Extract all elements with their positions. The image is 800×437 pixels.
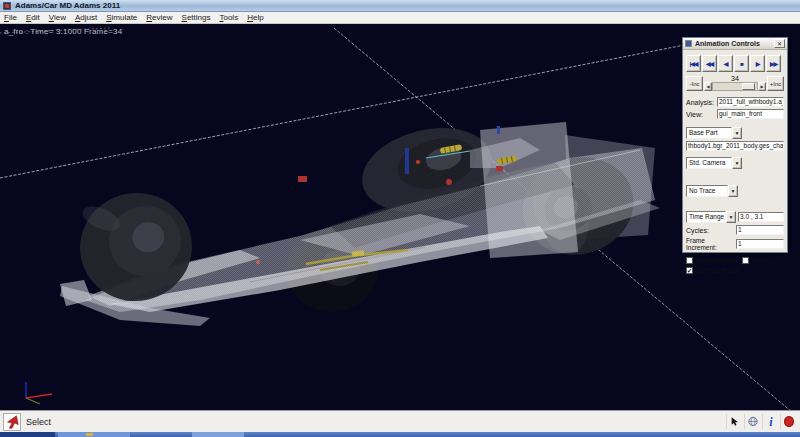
first-frame-button[interactable]: |◀◀ bbox=[686, 55, 701, 72]
menu-settings[interactable]: Settings bbox=[182, 12, 211, 23]
viewport-status-text: a_fro : Time= 3.1000 Frame=34 bbox=[4, 27, 122, 36]
menu-view[interactable]: View bbox=[49, 12, 66, 23]
select-tool-icon[interactable] bbox=[3, 413, 21, 431]
cycles-input[interactable]: 1 bbox=[736, 225, 784, 235]
stop-button[interactable]: ■ bbox=[734, 55, 749, 72]
menu-help[interactable]: Help bbox=[247, 12, 263, 23]
view-orient-icon[interactable] bbox=[744, 414, 758, 429]
slider-thumb[interactable] bbox=[742, 83, 755, 90]
taskbar-folder-icon[interactable] bbox=[86, 433, 93, 436]
step-back-button[interactable]: ◀◀ bbox=[702, 55, 717, 72]
time-range-input[interactable]: 3.0 , 3.1 bbox=[738, 212, 784, 222]
panel-icon bbox=[685, 40, 692, 47]
taskbar-sliver[interactable] bbox=[0, 432, 800, 437]
menu-file[interactable]: File bbox=[4, 12, 17, 23]
animation-controls-panel: Animation Controls ✕ |◀◀ ◀◀ ◀ ■ ▶ ▶▶ -In… bbox=[682, 37, 788, 253]
camera-dropdown[interactable]: Std. Camera ▼ bbox=[686, 157, 742, 169]
play-reverse-button[interactable]: ◀ bbox=[718, 55, 733, 72]
playback-controls: |◀◀ ◀◀ ◀ ■ ▶ ▶▶ bbox=[686, 55, 784, 72]
axis-triad bbox=[26, 382, 52, 404]
menu-tools[interactable]: Tools bbox=[219, 12, 238, 23]
frame-number-label: 34 bbox=[704, 75, 766, 82]
play-button[interactable]: ▶ bbox=[750, 55, 765, 72]
decrement-button[interactable]: -Inc bbox=[686, 76, 703, 91]
analysis-input[interactable]: 2011_full_wthbody1.a_fro bbox=[717, 97, 784, 107]
menu-bar: File Edit View Adjust Simulate Review Se… bbox=[0, 12, 800, 24]
slider-right-arrow-icon[interactable]: ▶ bbox=[758, 82, 766, 91]
menu-simulate[interactable]: Simulate bbox=[106, 12, 137, 23]
frame-slider[interactable]: ◀ ▶ bbox=[704, 82, 766, 91]
taskbar-segment[interactable] bbox=[192, 432, 244, 437]
analysis-label: Analysis: bbox=[686, 99, 717, 106]
cycles-label: Cycles: bbox=[686, 227, 736, 234]
fast-forward-button[interactable]: ▶▶ bbox=[766, 55, 781, 72]
base-part-dropdown[interactable]: Base Part ▼ bbox=[686, 127, 742, 139]
contour-plots-label: Contour Plots bbox=[696, 267, 738, 274]
status-mode-label: Select bbox=[26, 417, 726, 427]
3d-scene bbox=[0, 24, 800, 410]
app-icon bbox=[3, 2, 11, 10]
icons-label: Icons bbox=[752, 257, 769, 264]
base-part-input[interactable]: thbody1.bgr_2011_body.ges_chassis bbox=[686, 141, 784, 151]
time-range-dropdown[interactable]: Time Range ▼ bbox=[686, 211, 736, 223]
superimpose-label: Superimpose bbox=[696, 257, 736, 264]
animation-controls-titlebar[interactable]: Animation Controls ✕ bbox=[683, 38, 787, 50]
view-label: View: bbox=[686, 111, 717, 118]
taskbar-segment[interactable] bbox=[0, 432, 55, 437]
window-title: Adams/Car MD Adams 2011 bbox=[15, 1, 120, 11]
icons-checkbox[interactable] bbox=[742, 257, 749, 264]
info-icon[interactable]: i bbox=[762, 414, 776, 429]
taskbar-segment[interactable] bbox=[58, 432, 130, 437]
status-bar: Select i bbox=[0, 410, 800, 432]
chevron-down-icon[interactable]: ▼ bbox=[732, 157, 742, 169]
record-stop-icon[interactable] bbox=[780, 414, 794, 429]
cursor-icon[interactable] bbox=[726, 414, 740, 429]
contour-plots-checkbox[interactable]: ✔ bbox=[686, 267, 693, 274]
close-icon[interactable]: ✕ bbox=[774, 39, 785, 48]
3d-viewport[interactable]: a_fro : Time= 3.1000 Frame=34 bbox=[0, 24, 800, 410]
chevron-down-icon[interactable]: ▼ bbox=[726, 211, 736, 223]
frame-increment-input[interactable]: 1 bbox=[736, 239, 784, 249]
slider-track[interactable] bbox=[712, 82, 758, 91]
menu-review[interactable]: Review bbox=[146, 12, 172, 23]
race-car-model bbox=[60, 115, 660, 326]
superimpose-checkbox[interactable] bbox=[686, 257, 693, 264]
increment-button[interactable]: +Inc bbox=[767, 76, 784, 91]
slider-left-arrow-icon[interactable]: ◀ bbox=[704, 82, 712, 91]
menu-adjust[interactable]: Adjust bbox=[75, 12, 97, 23]
frame-increment-label: Frame Increment: bbox=[686, 237, 736, 251]
view-input[interactable]: gui_main_front bbox=[717, 109, 784, 119]
menu-edit[interactable]: Edit bbox=[26, 12, 40, 23]
chevron-down-icon[interactable]: ▼ bbox=[732, 127, 742, 139]
window-titlebar: Adams/Car MD Adams 2011 bbox=[0, 0, 800, 12]
panel-title: Animation Controls bbox=[695, 40, 774, 47]
trace-dropdown[interactable]: No Trace ▼ bbox=[686, 185, 738, 197]
chevron-down-icon[interactable]: ▼ bbox=[728, 185, 738, 197]
